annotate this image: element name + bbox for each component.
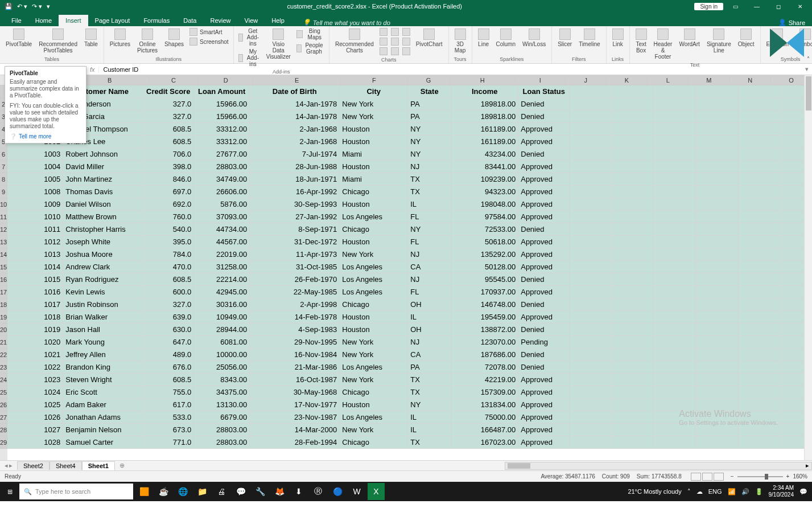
cell[interactable]: Approved: [518, 211, 570, 223]
cell[interactable]: [570, 148, 612, 160]
cell[interactable]: 28944.00: [194, 323, 250, 335]
cell[interactable]: [612, 98, 654, 110]
word-icon[interactable]: W: [348, 483, 365, 500]
cell[interactable]: Houston: [340, 123, 408, 135]
column-header[interactable]: K: [607, 75, 648, 85]
row-header[interactable]: 19: [0, 311, 7, 323]
cell[interactable]: Kevin Lewis: [63, 286, 143, 298]
cell[interactable]: Jason Hall: [63, 323, 143, 335]
cell[interactable]: [654, 211, 696, 223]
cell[interactable]: [570, 248, 612, 260]
header-footer-button[interactable]: Header & Footer: [652, 27, 675, 61]
cell[interactable]: 22019.00: [194, 248, 250, 260]
cell[interactable]: TX: [408, 186, 451, 198]
cell[interactable]: Approved: [518, 173, 570, 185]
cell[interactable]: [738, 411, 780, 423]
cell[interactable]: Approved: [518, 399, 570, 411]
cell[interactable]: IL: [408, 411, 451, 423]
cell[interactable]: [654, 186, 696, 198]
cell[interactable]: New York: [340, 336, 408, 348]
cell[interactable]: [612, 186, 654, 198]
cell[interactable]: Approved: [518, 236, 570, 248]
cell[interactable]: [738, 98, 780, 110]
zoom-slider[interactable]: [737, 476, 783, 477]
cell[interactable]: Thomas Davis: [63, 186, 143, 198]
cell[interactable]: [612, 349, 654, 360]
cell[interactable]: [738, 148, 780, 160]
cell[interactable]: 17-Nov-1977: [250, 399, 340, 411]
row-header[interactable]: 25: [0, 386, 7, 399]
cell[interactable]: [738, 311, 780, 323]
column-header[interactable]: H: [450, 75, 516, 85]
cell[interactable]: Approved: [518, 248, 570, 260]
chrome-icon[interactable]: 🔵: [329, 483, 346, 500]
cell[interactable]: 1024: [7, 386, 63, 398]
cell[interactable]: Credit Score: [143, 85, 194, 97]
chart-type-button[interactable]: [378, 47, 389, 56]
cell[interactable]: 161189.00: [451, 136, 518, 148]
cell[interactable]: 28803.00: [194, 436, 250, 448]
cell[interactable]: 676.0: [143, 361, 194, 373]
start-button[interactable]: ⊞: [0, 482, 19, 501]
cell[interactable]: [696, 323, 738, 335]
cell[interactable]: Income: [451, 85, 518, 97]
excel-icon[interactable]: X: [368, 483, 385, 500]
cell[interactable]: Houston: [340, 311, 408, 323]
cell[interactable]: 95545.00: [451, 273, 518, 285]
cell[interactable]: [696, 110, 738, 122]
cell[interactable]: [696, 311, 738, 323]
cell[interactable]: [738, 399, 780, 411]
cell[interactable]: [612, 85, 654, 97]
cell[interactable]: [696, 123, 738, 135]
tab-view[interactable]: View: [238, 15, 265, 26]
fx-button[interactable]: fx: [86, 66, 99, 73]
cell[interactable]: 755.0: [143, 386, 194, 398]
chart-type-button[interactable]: [390, 37, 400, 46]
cell[interactable]: [738, 85, 780, 97]
cell[interactable]: [654, 298, 696, 310]
bing-maps-button[interactable]: Bing Maps: [295, 27, 325, 41]
cell[interactable]: 28-Feb-1994: [250, 436, 340, 448]
cell[interactable]: [654, 411, 696, 423]
cell[interactable]: [654, 98, 696, 110]
cell[interactable]: [570, 298, 612, 310]
column-header[interactable]: F: [341, 75, 407, 85]
cell[interactable]: 600.0: [143, 286, 194, 298]
cell[interactable]: [738, 436, 780, 448]
row-header[interactable]: 17: [0, 286, 7, 298]
cell[interactable]: Chicago: [340, 436, 408, 448]
save-icon[interactable]: 💾: [5, 3, 13, 10]
smartart-button[interactable]: SmartArt: [188, 27, 230, 36]
cell[interactable]: [654, 248, 696, 260]
cell[interactable]: 1013: [7, 248, 63, 260]
cell[interactable]: [612, 173, 654, 185]
cell[interactable]: Loan Status: [518, 85, 570, 97]
tab-formulas[interactable]: Formulas: [137, 15, 176, 26]
cell[interactable]: Approved: [518, 123, 570, 135]
sheet-nav-next-icon[interactable]: ▸: [9, 462, 13, 469]
zoom-out-button[interactable]: −: [731, 473, 734, 480]
notifications-icon[interactable]: 💬: [799, 488, 807, 495]
cell[interactable]: 166487.00: [451, 424, 518, 436]
cell[interactable]: TX: [408, 374, 451, 386]
cell[interactable]: Houston: [340, 399, 408, 411]
cell[interactable]: [696, 248, 738, 260]
row-header[interactable]: 28: [0, 424, 7, 436]
cell[interactable]: [612, 223, 654, 235]
cell[interactable]: 10949.00: [194, 311, 250, 323]
column-header[interactable]: I: [516, 75, 566, 85]
cell[interactable]: 608.5: [143, 123, 194, 135]
cell[interactable]: 1012: [7, 236, 63, 248]
visio-data-visualizer-button[interactable]: Visio Data Visualizer: [264, 27, 293, 68]
cell[interactable]: 1028: [7, 436, 63, 448]
expand-formula-bar-icon[interactable]: ▾: [802, 65, 812, 73]
cell[interactable]: 28803.00: [194, 424, 250, 436]
cell[interactable]: [612, 110, 654, 122]
cell[interactable]: Denied: [518, 223, 570, 235]
cell[interactable]: [738, 273, 780, 285]
cell[interactable]: [612, 123, 654, 135]
tell-me-search[interactable]: 💡 Tell me what you want to do: [303, 19, 390, 26]
cell[interactable]: 33312.00: [194, 123, 250, 135]
cell[interactable]: Matthew Brown: [63, 211, 143, 223]
cell[interactable]: [696, 198, 738, 210]
